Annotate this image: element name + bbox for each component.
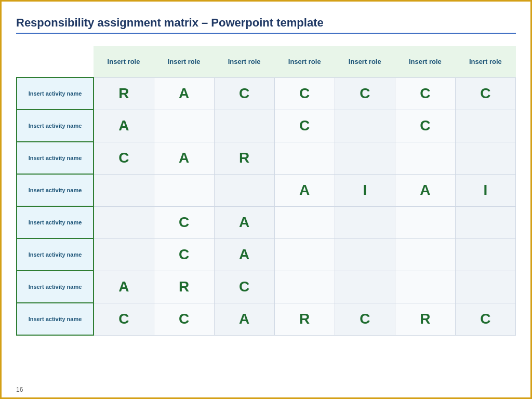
- data-cell-3-5: A: [395, 174, 455, 206]
- data-cell-5-6: [455, 238, 515, 271]
- role-header-0: Insert role: [94, 46, 154, 77]
- table-row: Insert activity nameAIAI: [17, 174, 516, 206]
- activity-cell-3: Insert activity name: [17, 174, 94, 206]
- data-cell-7-1: C: [154, 303, 214, 335]
- data-cell-4-4: [335, 206, 395, 238]
- data-cell-1-5: C: [395, 110, 455, 142]
- page-number: 16: [16, 386, 23, 393]
- data-cell-7-4: C: [335, 303, 395, 335]
- data-cell-6-4: [335, 271, 395, 303]
- table-row: Insert activity nameCA: [17, 238, 516, 271]
- data-cell-2-0: C: [94, 142, 154, 174]
- data-cell-5-3: [274, 238, 335, 271]
- matrix-container: Insert roleInsert roleInsert roleInsert …: [16, 46, 516, 387]
- page: Responsibility assignment matrix – Power…: [2, 2, 530, 397]
- data-cell-1-0: A: [94, 110, 154, 142]
- role-header-5: Insert role: [395, 46, 455, 77]
- data-cell-3-3: A: [274, 174, 335, 206]
- data-cell-3-1: [154, 174, 214, 206]
- table-row: Insert activity nameCCARCRC: [17, 303, 516, 335]
- matrix-table: Insert roleInsert roleInsert roleInsert …: [16, 46, 516, 336]
- data-cell-3-2: [214, 174, 274, 206]
- data-cell-0-6: C: [455, 77, 515, 110]
- data-cell-0-1: A: [154, 77, 214, 110]
- data-cell-4-1: C: [154, 206, 214, 238]
- data-cell-0-0: R: [94, 77, 154, 110]
- data-cell-5-4: [335, 238, 395, 271]
- data-cell-3-6: I: [455, 174, 515, 206]
- header-row: Insert roleInsert roleInsert roleInsert …: [17, 46, 516, 77]
- data-cell-4-0: [94, 206, 154, 238]
- data-cell-2-3: [274, 142, 335, 174]
- data-cell-0-3: C: [274, 77, 335, 110]
- header-empty-cell: [17, 46, 94, 77]
- data-cell-4-3: [274, 206, 335, 238]
- data-cell-5-5: [395, 238, 455, 271]
- role-header-6: Insert role: [455, 46, 515, 77]
- activity-cell-2: Insert activity name: [17, 142, 94, 174]
- role-header-2: Insert role: [214, 46, 274, 77]
- data-cell-7-0: C: [94, 303, 154, 335]
- data-cell-5-1: C: [154, 238, 214, 271]
- data-cell-6-2: C: [214, 271, 274, 303]
- table-row: Insert activity nameARC: [17, 271, 516, 303]
- title-section: Responsibility assignment matrix – Power…: [16, 16, 516, 43]
- data-cell-6-3: [274, 271, 335, 303]
- role-header-1: Insert role: [154, 46, 214, 77]
- role-header-4: Insert role: [335, 46, 395, 77]
- data-cell-2-6: [455, 142, 515, 174]
- role-header-3: Insert role: [274, 46, 335, 77]
- table-row: Insert activity nameCAR: [17, 142, 516, 174]
- data-cell-0-4: C: [335, 77, 395, 110]
- data-cell-0-5: C: [395, 77, 455, 110]
- data-cell-0-2: C: [214, 77, 274, 110]
- data-cell-4-6: [455, 206, 515, 238]
- data-cell-1-1: [154, 110, 214, 142]
- data-cell-5-0: [94, 238, 154, 271]
- table-row: Insert activity nameCA: [17, 206, 516, 238]
- data-cell-2-5: [395, 142, 455, 174]
- table-row: Insert activity nameACC: [17, 110, 516, 142]
- data-cell-1-6: [455, 110, 515, 142]
- data-cell-7-3: R: [274, 303, 335, 335]
- activity-cell-0: Insert activity name: [17, 77, 94, 110]
- data-cell-3-4: I: [335, 174, 395, 206]
- table-row: Insert activity nameRACCCCC: [17, 77, 516, 110]
- activity-cell-4: Insert activity name: [17, 206, 94, 238]
- data-cell-2-1: A: [154, 142, 214, 174]
- title-underline: [16, 33, 516, 34]
- activity-cell-7: Insert activity name: [17, 303, 94, 335]
- data-cell-3-0: [94, 174, 154, 206]
- activity-cell-5: Insert activity name: [17, 238, 94, 271]
- activity-cell-1: Insert activity name: [17, 110, 94, 142]
- page-title: Responsibility assignment matrix – Power…: [16, 16, 516, 30]
- data-cell-4-5: [395, 206, 455, 238]
- data-cell-1-3: C: [274, 110, 335, 142]
- data-cell-6-6: [455, 271, 515, 303]
- data-cell-6-1: R: [154, 271, 214, 303]
- data-cell-7-2: A: [214, 303, 274, 335]
- data-cell-4-2: A: [214, 206, 274, 238]
- data-cell-2-4: [335, 142, 395, 174]
- activity-cell-6: Insert activity name: [17, 271, 94, 303]
- data-cell-7-5: R: [395, 303, 455, 335]
- data-cell-2-2: R: [214, 142, 274, 174]
- data-cell-1-2: [214, 110, 274, 142]
- data-cell-6-0: A: [94, 271, 154, 303]
- data-cell-7-6: C: [455, 303, 515, 335]
- data-cell-5-2: A: [214, 238, 274, 271]
- data-cell-1-4: [335, 110, 395, 142]
- data-cell-6-5: [395, 271, 455, 303]
